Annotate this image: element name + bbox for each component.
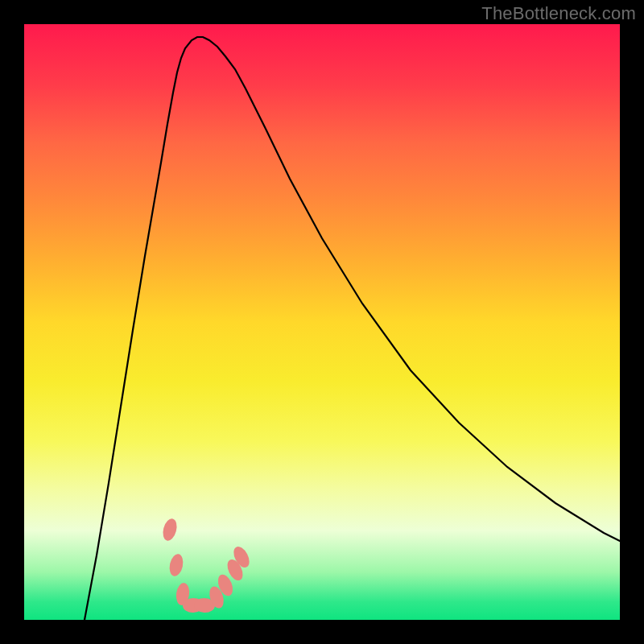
plot-area — [24, 24, 620, 620]
curve-markers — [161, 517, 253, 613]
chart-svg — [24, 24, 620, 620]
marker-pill — [167, 553, 184, 578]
watermark-text: TheBottleneck.com — [481, 3, 636, 24]
chart-frame: TheBottleneck.com — [0, 0, 644, 644]
marker-pill — [161, 517, 180, 542]
